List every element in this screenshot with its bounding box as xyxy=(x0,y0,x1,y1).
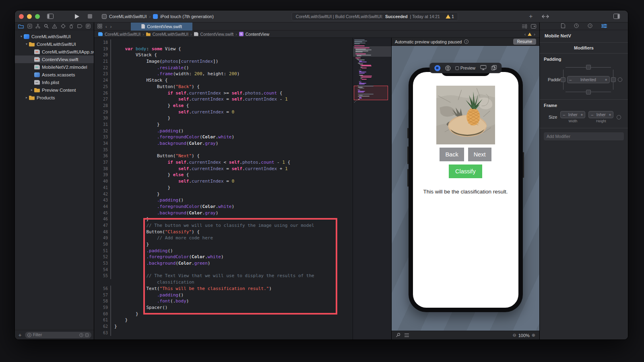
code-line[interactable]: 22 .resizable() xyxy=(94,65,353,71)
back-history-button[interactable]: ‹ xyxy=(105,24,107,29)
code-line[interactable]: 18 xyxy=(94,39,353,46)
code-line[interactable]: 24 HStack { xyxy=(94,77,353,84)
code-line[interactable]: 49 // Add more code here xyxy=(94,235,353,241)
issue-navigator-icon[interactable] xyxy=(52,24,57,29)
code-line[interactable]: 59 Spacer() xyxy=(94,304,353,311)
crumb-file[interactable]: ContentView.swift xyxy=(200,32,234,37)
file-tree-item[interactable]: ▸Products xyxy=(15,94,94,101)
zoom-out-icon[interactable]: ⊖ xyxy=(512,333,516,338)
code-line[interactable]: 45 .background(Color.gray) xyxy=(94,210,353,216)
code-line[interactable]: 42 } xyxy=(94,191,353,197)
file-tree-item[interactable]: ▾CoreMLwithSwiftUI xyxy=(15,40,94,48)
file-tree-item[interactable]: CoreMLwithSwiftUIApp.swift xyxy=(15,48,94,56)
code-line[interactable]: 19 var body: some View { xyxy=(94,46,353,52)
code-line[interactable]: 50 } xyxy=(94,241,353,248)
code-line[interactable]: 56 Text("This will be the classification… xyxy=(94,286,353,292)
code-line[interactable]: 44 .foregroundColor(Color.white) xyxy=(94,204,353,210)
padding-right-toggle[interactable] xyxy=(611,77,616,82)
disclosure-triangle-icon[interactable]: ▾ xyxy=(19,35,24,38)
next-issue-button[interactable]: › xyxy=(534,32,535,37)
code-line[interactable]: 53 .background(Color.green) xyxy=(94,260,353,267)
device-preview-button[interactable] xyxy=(445,66,450,71)
editor-minimap[interactable] xyxy=(353,38,391,339)
padding-left-toggle[interactable] xyxy=(561,77,566,82)
width-decrement[interactable]: – xyxy=(563,113,565,117)
code-line[interactable]: 43 .padding() xyxy=(94,197,353,204)
code-line[interactable]: 23 .frame(width: 200, height: 200) xyxy=(94,71,353,77)
width-stepper[interactable]: – Inher + xyxy=(560,111,585,118)
history-inspector-icon[interactable] xyxy=(574,23,579,29)
duplicate-preview-icon[interactable] xyxy=(491,65,497,71)
code-line[interactable]: 28 } else { xyxy=(94,103,353,109)
code-line[interactable]: 63 xyxy=(94,330,353,336)
code-line[interactable]: 51 .padding() xyxy=(94,248,353,254)
report-navigator-icon[interactable] xyxy=(86,24,91,29)
stepper-decrement[interactable]: – xyxy=(570,78,572,82)
toggle-navigator-icon[interactable] xyxy=(47,14,54,19)
code-line[interactable]: 46 } xyxy=(94,216,353,222)
toggle-inspector-icon[interactable] xyxy=(613,14,620,19)
editor-arrows-icon[interactable] xyxy=(542,14,549,19)
help-inspector-icon[interactable]: ? xyxy=(588,23,592,29)
disclosure-triangle-icon[interactable]: ▸ xyxy=(24,96,29,99)
code-line[interactable]: 30 } xyxy=(94,115,353,121)
code-line[interactable]: 26 if self.currentIndex >= self.photos.c… xyxy=(94,90,353,97)
source-control-status-icon[interactable] xyxy=(85,333,89,337)
debug-navigator-icon[interactable] xyxy=(69,24,74,29)
code-line[interactable]: 38 self.currentIndex = self.currentIndex… xyxy=(94,166,353,172)
symbol-navigator-icon[interactable] xyxy=(35,24,40,29)
code-line[interactable]: 34 .background(Color.gray) xyxy=(94,140,353,147)
code-line[interactable]: 32 .padding() xyxy=(94,128,353,134)
code-line[interactable]: 57 .padding() xyxy=(94,292,353,298)
padding-top-toggle[interactable] xyxy=(586,65,591,70)
pin-preview-icon[interactable] xyxy=(396,333,400,338)
disclosure-triangle-icon[interactable]: ▸ xyxy=(29,88,34,92)
attributes-inspector-icon[interactable] xyxy=(601,24,607,29)
disclosure-triangle-icon[interactable]: ▾ xyxy=(24,42,29,46)
filter-field[interactable]: ▾ Filter xyxy=(25,332,91,338)
add-editor-plus-icon[interactable]: ＋ xyxy=(528,12,534,20)
file-tree-item[interactable]: Info.plist xyxy=(15,78,94,86)
code-line[interactable]: 25 Button("Back") { xyxy=(94,84,353,90)
code-line[interactable]: 58 .font(.body) xyxy=(94,298,353,304)
height-stepper[interactable]: – Inher + xyxy=(588,111,613,118)
padding-bottom-toggle[interactable] xyxy=(586,90,591,95)
code-line[interactable]: 27 self.currentIndex = self.currentIndex… xyxy=(94,96,353,103)
code-line[interactable]: 41 } xyxy=(94,185,353,191)
scheme-selector[interactable]: CoreMLwithSwiftUI › iPod touch (7th gene… xyxy=(102,14,214,19)
stop-button[interactable] xyxy=(88,14,92,19)
search-navigator-icon[interactable] xyxy=(44,24,49,29)
code-line[interactable]: 35 xyxy=(94,147,353,153)
code-line[interactable]: 39 } else { xyxy=(94,172,353,178)
add-modifier-field[interactable]: Add Modifier xyxy=(544,132,624,140)
code-line[interactable]: classification xyxy=(94,279,353,286)
zoom-in-icon[interactable]: ⊕ xyxy=(532,333,535,338)
prev-issue-button[interactable]: ‹ xyxy=(524,32,526,37)
forward-history-button[interactable]: › xyxy=(110,24,112,29)
file-tree-item[interactable]: ▸Preview Content xyxy=(15,86,94,94)
frame-option-circle[interactable] xyxy=(617,115,621,119)
breakpoint-navigator-icon[interactable] xyxy=(77,24,83,29)
crumb-symbol[interactable]: ContentView xyxy=(246,32,269,37)
code-line[interactable]: 47 // The button we will use to classify… xyxy=(94,222,353,229)
padding-option-circle[interactable] xyxy=(618,78,622,82)
file-tree-item[interactable]: MobileNetV2.mlmodel xyxy=(15,63,94,71)
classify-button[interactable]: Classify xyxy=(449,165,482,178)
code-line[interactable]: 62} xyxy=(94,323,353,330)
code-line[interactable]: 52 .foregroundColor(Color.white) xyxy=(94,254,353,260)
back-button[interactable]: Back xyxy=(440,148,464,161)
file-inspector-icon[interactable] xyxy=(561,23,565,29)
test-navigator-icon[interactable] xyxy=(61,24,66,29)
code-line[interactable]: 37 if self.currentIndex < self.photos.co… xyxy=(94,159,353,166)
live-preview-button[interactable] xyxy=(434,65,440,71)
zoom-window-button[interactable] xyxy=(35,14,40,19)
resume-button[interactable]: Resume xyxy=(513,39,536,45)
source-control-nav-icon[interactable] xyxy=(27,24,32,29)
add-editor-icon[interactable] xyxy=(531,23,536,30)
project-navigator-icon[interactable] xyxy=(18,24,24,29)
code-line[interactable]: 20 VStack { xyxy=(94,52,353,58)
stepper-increment[interactable]: + xyxy=(605,78,607,82)
crumb-group[interactable]: CoreMLwithSwiftUI xyxy=(153,32,188,37)
next-button[interactable]: Next xyxy=(468,148,491,161)
tab-contentview[interactable]: ContentView.swift xyxy=(131,23,192,31)
